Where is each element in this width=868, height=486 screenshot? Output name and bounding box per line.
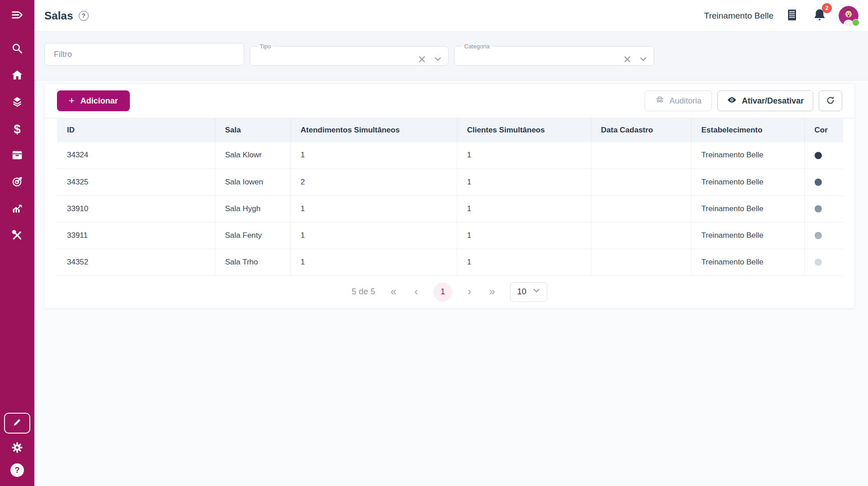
cell-cor: [804, 249, 843, 275]
table-row[interactable]: 33910 Sala Hygh 1 1 Treinamento Belle: [57, 195, 843, 222]
pencil-icon: [12, 417, 23, 429]
table-row[interactable]: 34352 Sala Trho 1 1 Treinamento Belle: [57, 249, 843, 275]
menu-expand-icon: [11, 9, 24, 23]
next-page-button[interactable]: ›: [465, 287, 474, 297]
online-status-dot: [852, 19, 859, 26]
sidebar-item-reports[interactable]: [6, 203, 28, 215]
sidebar: $: [0, 0, 34, 486]
cell-clientes: 1: [457, 222, 591, 249]
cell-id: 34325: [57, 169, 215, 195]
sidebar-item-inventory[interactable]: [6, 150, 28, 162]
cell-cor: [804, 142, 843, 169]
cell-clientes: 1: [457, 142, 591, 169]
pagination: 5 de 5 « ‹ 1 › » 10: [45, 276, 854, 308]
chevron-down-icon: [532, 287, 541, 297]
notification-badge: 2: [822, 3, 832, 13]
color-dot: [815, 179, 822, 186]
pagination-summary: 5 de 5: [352, 287, 375, 297]
column-header-estabelecimento: Estabelecimento: [691, 118, 804, 142]
table-row[interactable]: 33911 Sala Fenty 1 1 Treinamento Belle: [57, 222, 843, 249]
column-header-id: ID: [57, 118, 215, 142]
cell-estabelecimento: Treinamento Belle: [691, 222, 804, 249]
user-menu-button[interactable]: [839, 6, 859, 26]
cell-id: 33911: [57, 222, 215, 249]
account-name[interactable]: Treinamento Belle: [704, 11, 773, 21]
page-help-button[interactable]: ?: [79, 11, 89, 21]
table-row[interactable]: 34324 Sala Klowr 1 1 Treinamento Belle: [57, 142, 843, 169]
settings-button[interactable]: [6, 443, 28, 454]
filter-input[interactable]: [44, 43, 244, 66]
cell-clientes: 1: [457, 169, 591, 195]
dollar-icon: $: [14, 123, 20, 136]
ativar-desativar-label: Ativar/Desativar: [742, 96, 804, 106]
establishment-button[interactable]: [785, 8, 799, 24]
cell-data-cadastro: [591, 195, 691, 222]
refresh-button[interactable]: [819, 90, 842, 111]
sidebar-item-search[interactable]: [6, 43, 28, 55]
column-header-clientes: Clientes Simultâneos: [457, 118, 591, 142]
categoria-select[interactable]: Categoria: [454, 43, 654, 66]
column-header-sala: Sala: [215, 118, 290, 142]
table-row[interactable]: 34325 Sala Iowen 2 1 Treinamento Belle: [57, 169, 843, 195]
plus-icon: +: [69, 96, 75, 106]
building-icon: [785, 8, 799, 24]
cell-estabelecimento: Treinamento Belle: [691, 169, 804, 195]
cell-clientes: 1: [457, 195, 591, 222]
sidebar-item-tools[interactable]: [6, 230, 28, 242]
clear-icon[interactable]: [623, 55, 632, 64]
current-page-button[interactable]: 1: [433, 283, 452, 302]
target-icon: [11, 176, 23, 189]
cell-clientes: 1: [457, 249, 591, 275]
gear-icon: [11, 441, 24, 456]
cell-sala: Sala Iowen: [215, 169, 290, 195]
cell-data-cadastro: [591, 169, 691, 195]
chevron-down-icon[interactable]: [434, 55, 442, 63]
adicionar-label: Adicionar: [81, 96, 118, 106]
tipo-select[interactable]: Tipo: [250, 43, 449, 66]
sidebar-bottom: ?: [4, 413, 30, 477]
clear-icon[interactable]: [417, 55, 427, 64]
menu-expand-button[interactable]: [6, 6, 28, 25]
toolbar-right: Auditoria Ativar/Desativar: [645, 90, 842, 111]
home-icon: [11, 69, 23, 83]
cell-estabelecimento: Treinamento Belle: [691, 249, 804, 275]
cell-atendimentos: 1: [290, 249, 457, 275]
page-size-select[interactable]: 10: [510, 282, 547, 302]
sidebar-item-home[interactable]: [6, 70, 28, 82]
eye-icon: [727, 95, 737, 107]
help-button[interactable]: ?: [10, 463, 24, 477]
search-icon: [11, 42, 23, 56]
cell-id: 33910: [57, 195, 215, 222]
sidebar-item-layers[interactable]: [6, 97, 28, 109]
color-dot: [815, 259, 822, 266]
color-dot: [815, 152, 822, 159]
table-header-row: ID Sala Atendimentos Simultâneos Cliente…: [57, 118, 843, 142]
sidebar-item-financial[interactable]: $: [6, 123, 28, 135]
table-wrap: ID Sala Atendimentos Simultâneos Cliente…: [45, 118, 854, 276]
ativar-desativar-button[interactable]: Ativar/Desativar: [717, 90, 813, 111]
cell-id: 34324: [57, 142, 215, 169]
auditoria-button[interactable]: Auditoria: [645, 90, 712, 111]
sidebar-item-goals[interactable]: [6, 177, 28, 189]
categoria-label: Categoria: [462, 43, 492, 50]
column-header-atendimentos: Atendimentos Simultâneos: [290, 118, 457, 142]
first-page-button[interactable]: «: [388, 287, 399, 297]
notifications-button[interactable]: 2: [812, 8, 827, 24]
chevron-down-icon[interactable]: [639, 55, 647, 63]
prev-page-button[interactable]: ‹: [412, 287, 421, 297]
edit-button[interactable]: [4, 413, 30, 434]
color-dot: [815, 205, 822, 212]
cell-atendimentos: 1: [290, 142, 457, 169]
cell-atendimentos: 1: [290, 195, 457, 222]
tipo-label: Tipo: [257, 43, 273, 50]
last-page-button[interactable]: »: [487, 287, 498, 297]
question-icon: ?: [82, 12, 85, 19]
cell-cor: [804, 222, 843, 249]
cell-cor: [804, 169, 843, 195]
layers-icon: [11, 96, 23, 109]
question-icon: ?: [15, 466, 20, 475]
adicionar-button[interactable]: + Adicionar: [57, 90, 130, 111]
card-toolbar: + Adicionar Auditoria Ativar/Desativar: [45, 84, 854, 118]
column-header-cor: Cor: [804, 118, 843, 142]
page-size-value: 10: [517, 287, 526, 297]
